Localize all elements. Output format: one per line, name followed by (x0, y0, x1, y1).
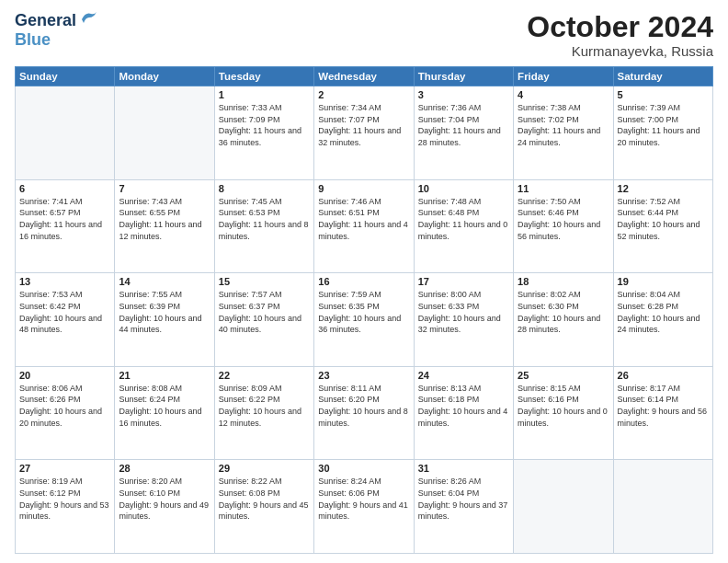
logo-blue: Blue (15, 30, 51, 49)
calendar-cell: 20Sunrise: 8:06 AM Sunset: 6:26 PM Dayli… (16, 366, 115, 460)
cell-info: Sunrise: 8:15 AM Sunset: 6:16 PM Dayligh… (518, 383, 609, 429)
calendar-cell: 17Sunrise: 8:00 AM Sunset: 6:33 PM Dayli… (414, 273, 513, 367)
day-number: 9 (318, 183, 409, 194)
cell-info: Sunrise: 8:06 AM Sunset: 6:26 PM Dayligh… (19, 383, 110, 429)
day-number: 16 (318, 276, 409, 287)
cell-info: Sunrise: 7:41 AM Sunset: 6:57 PM Dayligh… (19, 196, 110, 242)
cell-info: Sunrise: 8:00 AM Sunset: 6:33 PM Dayligh… (418, 289, 509, 335)
cell-info: Sunrise: 8:24 AM Sunset: 6:06 PM Dayligh… (318, 476, 409, 522)
day-number: 12 (618, 183, 709, 194)
day-number: 5 (618, 89, 709, 100)
cell-info: Sunrise: 8:26 AM Sunset: 6:04 PM Dayligh… (418, 476, 509, 522)
month-title: October 2024 (527, 11, 713, 43)
calendar-cell: 26Sunrise: 8:17 AM Sunset: 6:14 PM Dayli… (613, 366, 712, 460)
cell-info: Sunrise: 7:46 AM Sunset: 6:51 PM Dayligh… (318, 196, 409, 242)
day-number: 26 (618, 370, 709, 381)
calendar-cell: 5Sunrise: 7:39 AM Sunset: 7:00 PM Daylig… (613, 86, 712, 180)
cell-info: Sunrise: 7:50 AM Sunset: 6:46 PM Dayligh… (518, 196, 609, 242)
day-number: 17 (418, 276, 509, 287)
day-number: 24 (418, 370, 509, 381)
calendar-cell: 1Sunrise: 7:33 AM Sunset: 7:09 PM Daylig… (214, 86, 313, 180)
cell-info: Sunrise: 8:13 AM Sunset: 6:18 PM Dayligh… (418, 383, 509, 429)
calendar-table: SundayMondayTuesdayWednesdayThursdayFrid… (15, 66, 713, 554)
weekday-header-tuesday: Tuesday (214, 67, 313, 86)
logo-bird-icon (78, 10, 98, 30)
calendar-cell: 6Sunrise: 7:41 AM Sunset: 6:57 PM Daylig… (16, 179, 115, 273)
cell-info: Sunrise: 7:57 AM Sunset: 6:37 PM Dayligh… (219, 289, 310, 335)
weekday-header-wednesday: Wednesday (314, 67, 414, 86)
title-block: October 2024 Kurmanayevka, Russia (527, 11, 713, 59)
weekday-header-saturday: Saturday (613, 67, 712, 86)
calendar-week-row: 1Sunrise: 7:33 AM Sunset: 7:09 PM Daylig… (16, 86, 713, 180)
day-number: 11 (518, 183, 609, 194)
cell-info: Sunrise: 8:02 AM Sunset: 6:30 PM Dayligh… (518, 289, 609, 335)
calendar-cell: 10Sunrise: 7:48 AM Sunset: 6:48 PM Dayli… (414, 179, 513, 273)
calendar-cell (613, 460, 712, 554)
day-number: 18 (518, 276, 609, 287)
cell-info: Sunrise: 7:38 AM Sunset: 7:02 PM Dayligh… (518, 102, 609, 148)
calendar-cell: 15Sunrise: 7:57 AM Sunset: 6:37 PM Dayli… (214, 273, 313, 367)
weekday-header-row: SundayMondayTuesdayWednesdayThursdayFrid… (16, 67, 713, 86)
calendar-cell: 16Sunrise: 7:59 AM Sunset: 6:35 PM Dayli… (314, 273, 414, 367)
calendar-cell: 8Sunrise: 7:45 AM Sunset: 6:53 PM Daylig… (214, 179, 313, 273)
calendar-cell: 4Sunrise: 7:38 AM Sunset: 7:02 PM Daylig… (514, 86, 613, 180)
calendar-week-row: 27Sunrise: 8:19 AM Sunset: 6:12 PM Dayli… (16, 460, 713, 554)
cell-info: Sunrise: 7:43 AM Sunset: 6:55 PM Dayligh… (119, 196, 210, 242)
day-number: 30 (318, 463, 409, 474)
day-number: 14 (119, 276, 210, 287)
cell-info: Sunrise: 8:04 AM Sunset: 6:28 PM Dayligh… (618, 289, 709, 335)
weekday-header-friday: Friday (514, 67, 613, 86)
cell-info: Sunrise: 7:39 AM Sunset: 7:00 PM Dayligh… (618, 102, 709, 148)
page: General Blue October 2024 Kurmanayevka, … (0, 0, 728, 563)
calendar-week-row: 20Sunrise: 8:06 AM Sunset: 6:26 PM Dayli… (16, 366, 713, 460)
weekday-header-sunday: Sunday (16, 67, 115, 86)
calendar-cell: 22Sunrise: 8:09 AM Sunset: 6:22 PM Dayli… (214, 366, 313, 460)
calendar-cell (514, 460, 613, 554)
calendar-week-row: 6Sunrise: 7:41 AM Sunset: 6:57 PM Daylig… (16, 179, 713, 273)
cell-info: Sunrise: 8:11 AM Sunset: 6:20 PM Dayligh… (318, 383, 409, 429)
logo-general: General (15, 11, 76, 30)
day-number: 1 (219, 89, 310, 100)
day-number: 19 (618, 276, 709, 287)
weekday-header-monday: Monday (115, 67, 214, 86)
calendar-cell: 29Sunrise: 8:22 AM Sunset: 6:08 PM Dayli… (214, 460, 313, 554)
day-number: 20 (19, 370, 110, 381)
day-number: 22 (219, 370, 310, 381)
day-number: 31 (418, 463, 509, 474)
day-number: 27 (19, 463, 110, 474)
calendar-cell: 23Sunrise: 8:11 AM Sunset: 6:20 PM Dayli… (314, 366, 414, 460)
day-number: 13 (19, 276, 110, 287)
cell-info: Sunrise: 8:08 AM Sunset: 6:24 PM Dayligh… (119, 383, 210, 429)
calendar-cell: 2Sunrise: 7:34 AM Sunset: 7:07 PM Daylig… (314, 86, 414, 180)
calendar-cell (16, 86, 115, 180)
cell-info: Sunrise: 7:52 AM Sunset: 6:44 PM Dayligh… (618, 196, 709, 242)
cell-info: Sunrise: 7:36 AM Sunset: 7:04 PM Dayligh… (418, 102, 509, 148)
header: General Blue October 2024 Kurmanayevka, … (15, 11, 713, 59)
cell-info: Sunrise: 7:48 AM Sunset: 6:48 PM Dayligh… (418, 196, 509, 242)
day-number: 28 (119, 463, 210, 474)
calendar-cell: 9Sunrise: 7:46 AM Sunset: 6:51 PM Daylig… (314, 179, 414, 273)
day-number: 4 (518, 89, 609, 100)
day-number: 8 (219, 183, 310, 194)
calendar-cell: 24Sunrise: 8:13 AM Sunset: 6:18 PM Dayli… (414, 366, 513, 460)
cell-info: Sunrise: 7:33 AM Sunset: 7:09 PM Dayligh… (219, 102, 310, 148)
location: Kurmanayevka, Russia (527, 43, 713, 59)
day-number: 29 (219, 463, 310, 474)
calendar-cell: 7Sunrise: 7:43 AM Sunset: 6:55 PM Daylig… (115, 179, 214, 273)
cell-info: Sunrise: 8:22 AM Sunset: 6:08 PM Dayligh… (219, 476, 310, 522)
cell-info: Sunrise: 7:45 AM Sunset: 6:53 PM Dayligh… (219, 196, 310, 242)
calendar-cell (115, 86, 214, 180)
calendar-cell: 13Sunrise: 7:53 AM Sunset: 6:42 PM Dayli… (16, 273, 115, 367)
calendar-cell: 14Sunrise: 7:55 AM Sunset: 6:39 PM Dayli… (115, 273, 214, 367)
cell-info: Sunrise: 8:20 AM Sunset: 6:10 PM Dayligh… (119, 476, 210, 522)
day-number: 15 (219, 276, 310, 287)
calendar-cell: 12Sunrise: 7:52 AM Sunset: 6:44 PM Dayli… (613, 179, 712, 273)
day-number: 25 (518, 370, 609, 381)
day-number: 6 (19, 183, 110, 194)
day-number: 7 (119, 183, 210, 194)
calendar-cell: 30Sunrise: 8:24 AM Sunset: 6:06 PM Dayli… (314, 460, 414, 554)
day-number: 10 (418, 183, 509, 194)
day-number: 3 (418, 89, 509, 100)
calendar-cell: 21Sunrise: 8:08 AM Sunset: 6:24 PM Dayli… (115, 366, 214, 460)
calendar-cell: 11Sunrise: 7:50 AM Sunset: 6:46 PM Dayli… (514, 179, 613, 273)
